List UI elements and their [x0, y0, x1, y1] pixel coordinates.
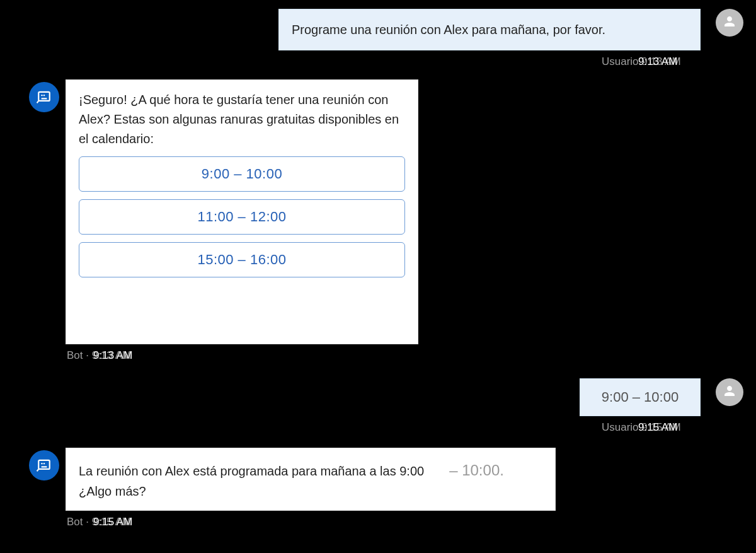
bot-message-1-text: ¡Seguro! ¿A qué hora te gustaría tener u… — [79, 90, 405, 149]
svg-point-1 — [41, 94, 42, 95]
user-message-1: Programe una reunión con Alex para mañan… — [278, 9, 701, 50]
person-icon — [722, 383, 737, 402]
bot-message-2-followup: ¿Algo más? — [79, 482, 542, 501]
meta-time: 9:15 AM — [602, 421, 677, 433]
meta-time: 9:13 AM — [67, 349, 132, 361]
user-message-2-text: 9:00 – 10:00 — [602, 387, 679, 408]
time-slot-option-3[interactable]: 15:00 – 16:00 — [79, 242, 405, 277]
bot-icon — [35, 455, 53, 476]
meta-time: 9:15 AM — [67, 516, 132, 528]
bot-message-1-meta: Bot · 9:13 AM 9:13 AM — [67, 349, 132, 362]
user-message-2: 9:00 – 10:00 — [580, 378, 701, 416]
bot-message-2-time-tail: – 10:00. — [449, 458, 504, 482]
person-icon — [722, 14, 737, 32]
bot-message-2-text-main: La reunión con Alex está programada para… — [79, 462, 424, 481]
user-message-1-text: Programe una reunión con Alex para mañan… — [292, 20, 605, 40]
user-avatar-2 — [716, 378, 743, 406]
bot-avatar-1 — [29, 82, 59, 112]
svg-point-4 — [41, 462, 42, 463]
user-message-1-meta: Usuario 9:13 AM 9:13 AM — [602, 55, 677, 68]
bot-message-2: La reunión con Alex está programada para… — [66, 448, 556, 511]
bot-message-2-meta: Bot · 9:15 AM 9:15 AM — [67, 516, 132, 528]
svg-rect-3 — [38, 460, 50, 469]
bot-avatar-2 — [29, 450, 59, 480]
svg-rect-0 — [38, 91, 50, 100]
user-message-2-meta: Usuario 9:15 AM 9:15 AM — [602, 421, 677, 434]
user-avatar-1 — [716, 9, 743, 37]
svg-point-2 — [43, 94, 45, 95]
svg-point-5 — [43, 462, 45, 463]
meta-time: 9:13 AM — [602, 55, 677, 67]
time-slot-option-1[interactable]: 9:00 – 10:00 — [79, 156, 405, 192]
bot-icon — [35, 87, 53, 108]
bot-message-1: ¡Seguro! ¿A qué hora te gustaría tener u… — [66, 79, 418, 344]
time-slot-option-2[interactable]: 11:00 – 12:00 — [79, 199, 405, 235]
